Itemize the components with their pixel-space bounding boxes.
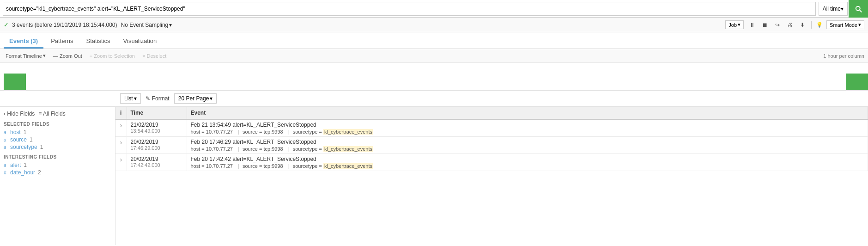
list-arrow: ▾ xyxy=(134,95,137,102)
job-label: Job xyxy=(728,22,737,28)
field-name-source[interactable]: source xyxy=(10,136,27,143)
th-event: Event xyxy=(187,107,868,119)
row-event-1: Feb 20 17:46:29 alert=KL_ALERT_ServiceSt… xyxy=(187,137,868,154)
format-label: Format xyxy=(152,95,170,102)
field-item-source[interactable]: a source 1 xyxy=(4,136,111,143)
status-right: Job ▾ ⏸ ⏹ ↪ 🖨 ⬇ 💡 Smart Mode ▾ xyxy=(725,20,864,29)
format-timeline-label: Format Timeline xyxy=(6,53,42,59)
field-type-sourcetype: a xyxy=(4,145,8,150)
timeline-bar-right xyxy=(846,74,868,90)
hide-fields-button[interactable]: ‹ Hide Fields xyxy=(4,111,35,117)
print-icon: 🖨 xyxy=(787,22,793,28)
stop-button[interactable]: ⏹ xyxy=(760,21,770,29)
job-button[interactable]: Job ▾ xyxy=(725,20,744,29)
time-range-button[interactable]: All time ▾ xyxy=(819,2,848,16)
events-table-area: i Time Event › 21/02/2019 13:54:49.000 F… xyxy=(115,107,868,245)
field-item-sourcetype[interactable]: a sourcetype 1 xyxy=(4,143,111,151)
all-fields-label: ≡ All Fields xyxy=(38,111,65,117)
timeline-chart xyxy=(0,63,868,91)
list-label: List xyxy=(124,95,133,102)
divider xyxy=(811,21,812,29)
per-page-label: 20 Per Page xyxy=(178,95,209,102)
pause-button[interactable]: ⏸ xyxy=(747,21,757,29)
row-source-label-1: source = tcp:9998 xyxy=(243,146,283,152)
all-fields-button[interactable]: ≡ All Fields xyxy=(38,111,65,117)
row-host-label-2: host = 10.70.77.27 xyxy=(191,163,233,169)
sourcetype-highlight-2: kl_cybertrace_events xyxy=(323,163,373,169)
field-type-alert: a xyxy=(4,163,8,168)
interesting-fields-title: INTERESTING FIELDS xyxy=(4,154,111,160)
row-source-label-2: source = tcp:9998 xyxy=(243,163,283,169)
field-count-source: 1 xyxy=(30,136,33,143)
field-count-host: 1 xyxy=(24,129,27,135)
field-name-host[interactable]: host xyxy=(10,129,21,135)
tabs-bar: Events (3) Patterns Statistics Visualiza… xyxy=(0,32,868,49)
row-sourcetype-label-2: sourcetype = kl_cybertrace_events xyxy=(293,163,375,169)
table-row: › 20/02/2019 17:46:29.000 Feb 20 17:46:2… xyxy=(115,137,868,154)
sourcetype-highlight-1: kl_cybertrace_events xyxy=(323,146,373,152)
zoom-selection-button[interactable]: + Zoom to Selection xyxy=(88,52,137,60)
field-item-date-hour[interactable]: # date_hour 2 xyxy=(4,169,111,176)
time-range-label: All time xyxy=(823,6,841,12)
search-bar: All time ▾ xyxy=(0,0,868,18)
format-timeline-button[interactable]: Format Timeline ▾ xyxy=(4,52,48,60)
field-name-alert[interactable]: alert xyxy=(10,162,21,168)
pause-icon: ⏸ xyxy=(749,22,755,28)
checkmark-icon: ✓ xyxy=(4,22,8,28)
main-content: ‹ Hide Fields ≡ All Fields SELECTED FIEL… xyxy=(0,107,868,245)
timeline-controls: Format Timeline ▾ — Zoom Out + Zoom to S… xyxy=(4,52,168,60)
tab-statistics[interactable]: Statistics xyxy=(81,35,116,49)
field-type-host: a xyxy=(4,130,8,135)
format-button[interactable]: ✎ Format xyxy=(143,94,172,103)
share-button[interactable]: ↪ xyxy=(773,21,782,29)
field-name-sourcetype[interactable]: sourcetype xyxy=(10,144,37,150)
per-page-button[interactable]: 20 Per Page ▾ xyxy=(174,93,217,104)
deselect-label: × Deselect xyxy=(142,53,166,59)
hide-fields-label: ‹ Hide Fields xyxy=(4,111,35,117)
row-host-label-1: host = 10.70.77.27 xyxy=(191,146,233,152)
timeline-toolbar: Format Timeline ▾ — Zoom Out + Zoom to S… xyxy=(0,49,868,63)
no-event-sampling-button[interactable]: No Event Sampling ▾ xyxy=(121,22,172,28)
tab-events[interactable]: Events (3) xyxy=(4,35,43,49)
row-expand-1[interactable]: › xyxy=(115,137,127,154)
row-sourcetype-label-0: sourcetype = kl_cybertrace_events xyxy=(293,129,375,135)
deselect-button[interactable]: × Deselect xyxy=(140,52,168,60)
smart-mode-arrow: ▾ xyxy=(858,22,861,28)
row-expand-0[interactable]: › xyxy=(115,119,127,137)
row-expand-2[interactable]: › xyxy=(115,154,127,171)
search-input[interactable] xyxy=(3,2,815,15)
zoom-out-label: — Zoom Out xyxy=(53,53,82,59)
zoom-out-button[interactable]: — Zoom Out xyxy=(51,52,84,60)
row-source-label-0: source = tcp:9998 xyxy=(243,129,283,135)
row-time-2: 20/02/2019 17:42:42.000 xyxy=(127,154,187,171)
field-count-sourcetype: 1 xyxy=(40,144,43,150)
field-item-host[interactable]: a host 1 xyxy=(4,129,111,136)
print-button[interactable]: 🖨 xyxy=(785,21,795,29)
field-item-alert[interactable]: a alert 1 xyxy=(4,161,111,169)
field-type-source: a xyxy=(4,137,8,142)
job-arrow: ▾ xyxy=(738,22,741,28)
table-row: › 21/02/2019 13:54:49.000 Feb 21 13:54:4… xyxy=(115,119,868,137)
time-range-arrow: ▾ xyxy=(841,6,844,12)
list-button[interactable]: List ▾ xyxy=(120,93,141,104)
per-page-arrow: ▾ xyxy=(210,95,212,102)
sidebar-header: ‹ Hide Fields ≡ All Fields xyxy=(4,111,111,117)
smart-mode-button[interactable]: Smart Mode ▾ xyxy=(826,20,864,29)
timeline-bar-left xyxy=(4,74,26,90)
table-header-row: i Time Event xyxy=(115,107,868,119)
list-format-toolbar: List ▾ ✎ Format 20 Per Page ▾ xyxy=(0,91,868,107)
export-button[interactable]: ⬇ xyxy=(798,21,807,29)
no-event-sampling-arrow: ▾ xyxy=(169,22,172,28)
format-timeline-arrow: ▾ xyxy=(43,53,46,59)
field-type-date-hour: # xyxy=(4,170,8,175)
search-icon xyxy=(854,5,862,13)
tab-visualization[interactable]: Visualization xyxy=(118,35,163,49)
search-button[interactable] xyxy=(849,0,868,18)
zoom-selection-label: + Zoom to Selection xyxy=(90,53,135,59)
row-event-0: Feb 21 13:54:49 alert=KL_ALERT_ServiceSt… xyxy=(187,119,868,137)
row-time-0: 21/02/2019 13:54:49.000 xyxy=(127,119,187,137)
timeline-scale: 1 hour per column xyxy=(823,53,864,59)
field-name-date-hour[interactable]: date_hour xyxy=(10,169,35,176)
search-input-wrap xyxy=(3,2,816,16)
tab-patterns[interactable]: Patterns xyxy=(45,35,79,49)
